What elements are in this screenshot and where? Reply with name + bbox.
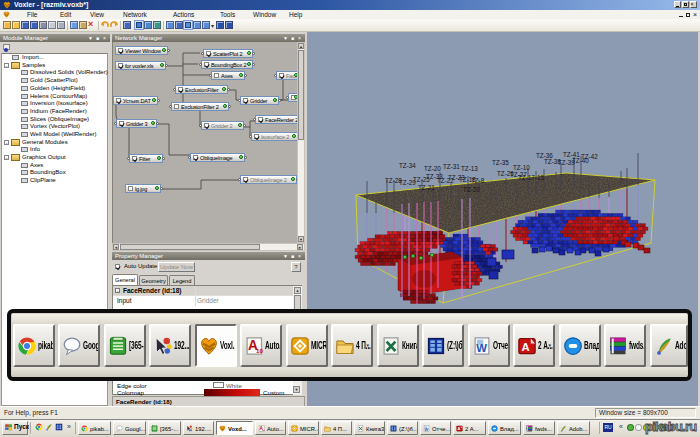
svg-text:TZ-34: TZ-34 xyxy=(399,162,416,169)
svg-text:TZ-10: TZ-10 xyxy=(513,164,530,171)
svg-text:10: 10 xyxy=(256,347,263,354)
svg-text:TZ-40: TZ-40 xyxy=(572,157,589,164)
svg-text:TZ-31: TZ-31 xyxy=(443,163,460,170)
svg-text:TZ-21: TZ-21 xyxy=(418,184,435,191)
svg-text:TZ-17-15: TZ-17-15 xyxy=(518,174,544,181)
svg-text:W: W xyxy=(424,427,428,432)
svg-text:10: 10 xyxy=(262,429,265,431)
svg-text:TZ-8: TZ-8 xyxy=(471,177,485,184)
svg-text:W: W xyxy=(476,342,487,354)
svg-text:TZ-20: TZ-20 xyxy=(424,165,441,172)
svg-text:TZ-13: TZ-13 xyxy=(461,165,478,172)
svg-text:A: A xyxy=(458,426,461,431)
svg-text:A: A xyxy=(521,341,529,353)
svg-text:TZ-35: TZ-35 xyxy=(492,159,509,166)
svg-text:TZ-20: TZ-20 xyxy=(463,186,480,193)
